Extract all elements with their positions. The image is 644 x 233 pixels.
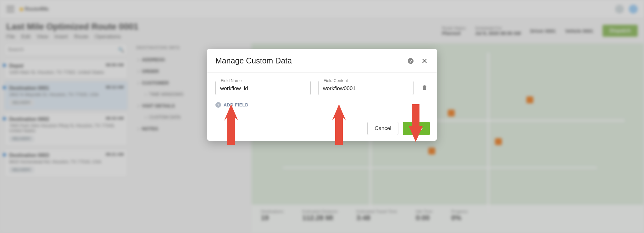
add-field-button[interactable]: + ADD FIELD — [215, 102, 429, 108]
plus-icon: + — [215, 102, 221, 108]
close-icon[interactable] — [420, 57, 429, 65]
field-content-label: Field Content — [322, 78, 350, 83]
annotation-arrow-down — [406, 104, 425, 142]
field-name-label: Field Name — [219, 78, 243, 83]
svg-text:?: ? — [409, 58, 412, 63]
field-name-input[interactable] — [220, 85, 306, 92]
annotation-arrow-up — [330, 104, 348, 145]
delete-row-icon[interactable] — [421, 84, 429, 92]
annotation-arrow-up — [222, 104, 241, 145]
cancel-button[interactable]: Cancel — [367, 122, 398, 135]
field-name-input-wrap: Field Name — [215, 81, 311, 95]
svg-rect-2 — [227, 114, 235, 145]
field-content-input[interactable] — [323, 85, 409, 92]
manage-custom-data-modal: Manage Custom Data ? Field Name Field Co… — [207, 49, 437, 141]
svg-rect-3 — [335, 114, 343, 145]
modal-title: Manage Custom Data — [215, 56, 292, 65]
modal-overlay: Manage Custom Data ? Field Name Field Co… — [0, 0, 644, 233]
help-icon[interactable]: ? — [407, 57, 415, 65]
field-content-input-wrap: Field Content — [318, 81, 414, 95]
